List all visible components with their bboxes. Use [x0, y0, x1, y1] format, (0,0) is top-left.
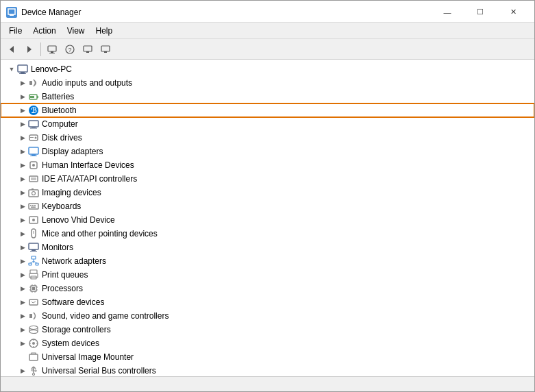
expand-icon-hid[interactable]: ▶ — [17, 160, 28, 171]
expand-icon-computer[interactable]: ▶ — [17, 119, 28, 130]
svg-point-89 — [35, 370, 36, 371]
svg-line-56 — [34, 261, 37, 263]
expand-icon-disk[interactable]: ▶ — [17, 132, 28, 143]
tree-item-monitors-label: Monitors — [42, 243, 73, 252]
toolbar-back[interactable] — [3, 41, 20, 58]
tree-item-imaging[interactable]: ▶ Imaging devices — [1, 186, 534, 199]
ide-icon — [28, 173, 39, 184]
expand-icon-keyboards[interactable]: ▶ — [17, 201, 28, 212]
expand-icon-system[interactable]: ▶ — [17, 338, 28, 349]
tree-item-mice[interactable]: ▶ Mice and other pointing devices — [1, 227, 534, 241]
tree-item-computer-label: Computer — [42, 119, 78, 129]
tree-item-software[interactable]: ▶ Software devices — [1, 295, 534, 309]
tree-item-lenovo-vhid-label: Lenovo Vhid Device — [42, 215, 115, 225]
expand-icon-network[interactable]: ▶ — [17, 256, 28, 267]
tree-item-monitors[interactable]: ▶ Monitors — [1, 241, 534, 254]
svg-rect-34 — [29, 176, 38, 182]
toolbar-monitor-1[interactable] — [79, 41, 96, 58]
svg-rect-61 — [32, 287, 35, 290]
tree-item-network[interactable]: ▶ Network adapters — [1, 254, 534, 268]
tree-item-bluetooth[interactable]: ▶ ℬ Bluetooth — [1, 103, 534, 117]
tree-item-usb-label: Universal Serial Bus controllers — [42, 366, 156, 376]
expand-icon-sound[interactable]: ▶ — [17, 310, 28, 321]
tree-item-hid[interactable]: ▶ Human Interface Devices — [1, 158, 534, 172]
expand-icon-print[interactable]: ▶ — [17, 269, 28, 280]
expand-icon-processors[interactable]: ▶ — [17, 283, 28, 294]
status-bar — [1, 376, 534, 391]
network-icon — [28, 256, 39, 267]
software-icon — [28, 297, 39, 308]
title-bar: Device Manager — ☐ ✕ — [1, 1, 534, 23]
expand-icon-ide[interactable]: ▶ — [17, 173, 28, 184]
menu-view[interactable]: View — [62, 25, 90, 37]
display-icon — [28, 146, 39, 157]
processors-icon — [28, 283, 39, 294]
menu-file[interactable]: File — [3, 25, 27, 37]
svg-rect-51 — [32, 256, 36, 259]
expand-icon-batteries[interactable]: ▶ — [17, 91, 28, 102]
hid-icon — [28, 160, 39, 171]
tree-item-disk[interactable]: ▶ Disk drives — [1, 131, 534, 145]
toolbar-monitor-2[interactable] — [97, 41, 114, 58]
expand-icon-lenovo-vhid[interactable]: ▶ — [17, 215, 28, 225]
expand-icon-monitors[interactable]: ▶ — [17, 242, 28, 253]
tree-item-usb[interactable]: ▶ Universal Serial Bus controllers — [1, 364, 534, 376]
svg-rect-5 — [51, 51, 53, 53]
tree-item-ide[interactable]: ▶ IDE ATA/ATAPI controllers — [1, 172, 534, 186]
svg-rect-53 — [36, 263, 38, 265]
tree-item-processors-label: Processors — [42, 284, 83, 293]
svg-rect-31 — [30, 156, 37, 156]
tree-item-network-label: Network adapters — [42, 256, 106, 266]
tree-root[interactable]: ▼ Lenovo-PC — [1, 62, 534, 76]
tree-item-print[interactable]: ▶ Print queues — [1, 268, 534, 282]
monitors-icon — [28, 242, 39, 253]
expand-icon-bluetooth[interactable]: ▶ — [17, 105, 28, 116]
tree-item-computer[interactable]: ▶ Computer — [1, 117, 534, 131]
maximize-button[interactable]: ☐ — [464, 5, 496, 19]
expand-icon-imaging[interactable]: ▶ — [17, 187, 28, 198]
tree-item-keyboards[interactable]: ▶ Keyboards — [1, 199, 534, 213]
tree-panel[interactable]: ▼ Lenovo-PC ▶ — [1, 60, 534, 376]
keyboard-icon — [28, 201, 39, 212]
menu-help[interactable]: Help — [90, 25, 119, 37]
expand-icon-audio[interactable]: ▶ — [17, 77, 28, 88]
svg-rect-37 — [29, 190, 38, 197]
tree-item-system[interactable]: ▶ System devices — [1, 336, 534, 350]
toolbar: ? — [1, 39, 534, 60]
svg-point-33 — [32, 164, 35, 167]
tree-item-storage[interactable]: ▶ Storage controllers — [1, 323, 534, 336]
tree-item-ide-label: IDE ATA/ATAPI controllers — [42, 174, 137, 184]
tree-item-uim[interactable]: ▶ Universal Image Mounter — [1, 350, 534, 364]
minimize-button[interactable]: — — [432, 5, 463, 19]
tree-item-processors[interactable]: ▶ Processors — [1, 282, 534, 295]
expand-icon-mice[interactable]: ▶ — [17, 228, 28, 239]
tree-item-audio[interactable]: ▶ Audio inputs and outputs — [1, 76, 534, 90]
tree-item-display-label: Display adapters — [42, 147, 103, 156]
tree-item-lenovo-vhid[interactable]: ▶ Lenovo Vhid Device — [1, 213, 534, 227]
toolbar-computer[interactable] — [44, 41, 60, 58]
svg-text:?: ? — [68, 47, 71, 53]
print-icon — [28, 269, 39, 280]
tree-item-sound[interactable]: ▶ Sound, video and game controllers — [1, 309, 534, 323]
expand-icon-display[interactable]: ▶ — [17, 146, 28, 157]
title-bar-left: Device Manager — [6, 7, 81, 18]
toolbar-help[interactable]: ? — [62, 41, 78, 58]
svg-rect-88 — [32, 369, 34, 371]
close-button[interactable]: ✕ — [497, 5, 529, 19]
expand-icon-storage[interactable]: ▶ — [17, 324, 28, 335]
svg-rect-17 — [29, 81, 32, 85]
svg-rect-9 — [84, 46, 92, 51]
svg-rect-50 — [30, 251, 37, 252]
disk-icon — [28, 132, 39, 143]
storage-icon — [28, 324, 39, 335]
expand-icon-usb[interactable]: ▶ — [17, 365, 28, 376]
expand-icon-software[interactable]: ▶ — [17, 297, 28, 308]
toolbar-forward[interactable] — [21, 41, 38, 58]
svg-rect-39 — [32, 188, 34, 190]
tree-item-display[interactable]: ▶ Display adapters — [1, 145, 534, 158]
svg-rect-28 — [30, 137, 34, 138]
expand-icon-root[interactable]: ▼ — [6, 64, 17, 75]
menu-action[interactable]: Action — [27, 25, 61, 37]
tree-item-batteries[interactable]: ▶ Batteries — [1, 90, 534, 103]
svg-rect-12 — [101, 46, 110, 51]
